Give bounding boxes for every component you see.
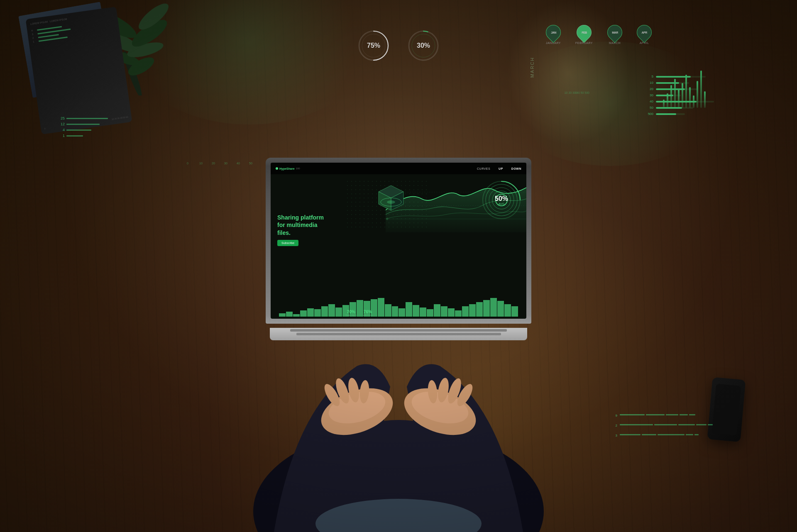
clipboard: LOREM IPSUM LOREM IPSUM 4321 0 10 20 30 … [26,7,132,134]
right-bar-fill [656,95,673,96]
holo-month-pins: JAN JANUARY FEB FEBRUARY MAR MARCH APR A… [546,25,652,44]
feb-abbr: FEB [582,31,587,34]
svg-point-31 [387,200,395,204]
screen-bar-item [497,301,504,317]
left-bar-fill [66,118,108,119]
screen-bar-item [300,310,307,317]
screen-bar-item [406,302,412,317]
axis-label-r-10: 10 20 30 40 50 500 [565,91,589,94]
bottom-dash-num: 2 [616,424,617,427]
bottom-dash-item [666,414,678,415]
screen-bar-item [314,309,321,317]
bottom-dash-item [678,424,695,425]
bottom-dash-item [694,434,699,435]
holo-circle-30: 30% [407,29,440,62]
nav-curves[interactable]: CURVES [477,167,490,170]
holo-bottom-dashes: 923 [616,411,714,441]
sunlight-patch [506,0,631,145]
tagline-highlight: for multimedia [277,222,317,228]
screen-bar-item [371,299,377,317]
bottom-dash-item [658,434,685,435]
right-bar-fill [656,101,697,102]
march-vertical-text: March [530,57,535,78]
screen-bar-item [392,306,398,317]
bottom-dash-item [696,424,707,425]
screen-logo: HypeShare 100 [276,167,300,170]
right-bar-track [656,107,693,109]
laptop-screen: HypeShare 100 CURVES UP DOWN [271,163,526,319]
screen-bar-item [328,304,335,317]
holo-circle-75: 75% [357,29,390,62]
bottom-dash-item [708,424,713,425]
screen-bar-item [398,308,405,317]
axis-label-0: 0 [187,162,188,165]
logo-dot [276,167,278,170]
screen-bar-item [455,310,462,317]
right-bar-row: 5 [645,75,714,78]
right-bar-row: 40 [645,100,714,103]
mar-abbr: MAR [612,31,618,34]
apr-abbr: APR [641,31,647,34]
left-bar-row: 4 [58,128,108,132]
screen-bar-item [490,298,497,317]
axis-label-20: 20 [212,162,215,165]
screen-bar-item [335,307,342,317]
axis-label-40: 40 [237,162,240,165]
screen-bar-item [441,306,447,317]
bottom-dash-item [646,414,665,415]
feb-bubble: FEB [574,22,595,43]
screen-3d-visual [345,179,428,229]
screen-bar-item [357,300,363,317]
apr-bubble: APR [634,22,655,43]
screen-bar-item [307,308,314,317]
nav-up[interactable]: UP [499,167,503,170]
screen-bar-item [504,304,511,317]
right-bar-label: 20 [645,87,653,91]
tagline-line3: files. [277,229,291,236]
screen-bar-item [385,304,391,317]
bottom-dash-group: 3 [616,431,714,438]
bottom-dash-item [620,414,645,415]
right-bar-fill [656,82,679,84]
screen-bar-item [476,302,483,317]
bottom-dash-item [620,434,641,435]
right-bar-label: 10 [645,81,653,85]
right-bar-label: 40 [645,100,653,103]
left-bar-row: 1 [58,134,108,138]
bottom-dash-num: 9 [616,414,617,417]
left-bar-num: 12 [58,122,65,126]
nav-down[interactable]: DOWN [511,167,521,170]
right-bar-label: 500 [645,112,653,116]
month-pin-mar: MAR MARCH [607,25,622,44]
bottom-dash-num: 3 [616,434,617,437]
right-bar-row: 20 [645,87,714,91]
month-pin-apr: APR APRIL [637,25,652,44]
laptop: HypeShare 100 CURVES UP DOWN [253,158,544,340]
logo-text: HypeShare [279,167,295,170]
tagline-line1: Sharing platform [277,214,324,221]
laptop-keyboard [270,328,527,340]
left-bar-row: 25 [58,116,108,120]
right-bar-label: 30 [645,93,653,97]
screen-bar-item [286,312,293,317]
bottom-dash-item [680,414,688,415]
bottom-dash-item [686,434,693,435]
left-bar-row: 12 [58,122,108,126]
axis-label-10: 10 [199,162,203,165]
right-bar-track [656,88,697,90]
right-bar-row: 10 [645,81,714,85]
month-pin-jan: JAN JANUARY [546,25,561,44]
subscribe-button[interactable]: Subscribe [277,240,298,246]
svg-point-52 [315,499,482,532]
screen-bar-item [293,314,300,317]
right-bar-row: 500 [645,112,714,116]
right-bar-track [656,76,706,78]
right-bar-track [656,95,681,96]
screen-bar-item [413,305,419,317]
right-bar-track [656,82,689,84]
right-bar-row: 30 [645,93,714,97]
screen-bar-item [483,300,490,317]
left-bar-fill [66,124,100,125]
screen-bottom-chart [271,286,526,319]
bottom-dash-group: 9 [616,411,714,418]
